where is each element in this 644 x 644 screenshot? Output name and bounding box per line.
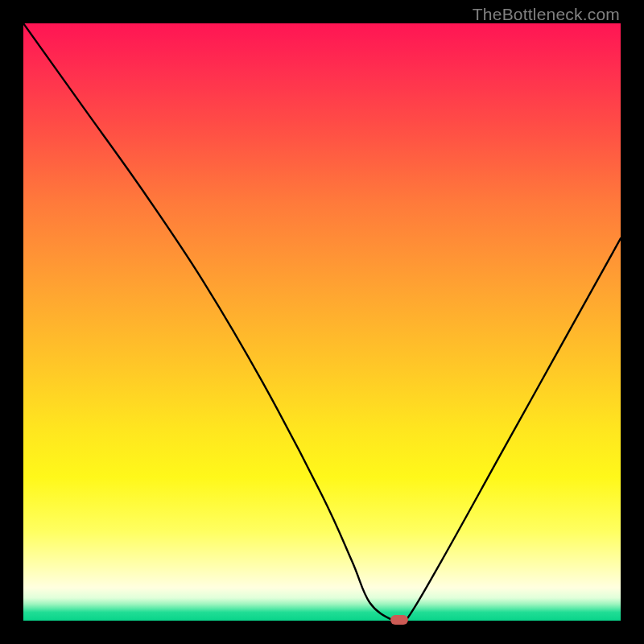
optimal-point-marker: [390, 615, 408, 625]
plot-area: [23, 23, 621, 621]
watermark-text: TheBottleneck.com: [473, 5, 620, 24]
chart-frame: TheBottleneck.com: [0, 0, 644, 644]
bottleneck-curve: [23, 23, 621, 621]
